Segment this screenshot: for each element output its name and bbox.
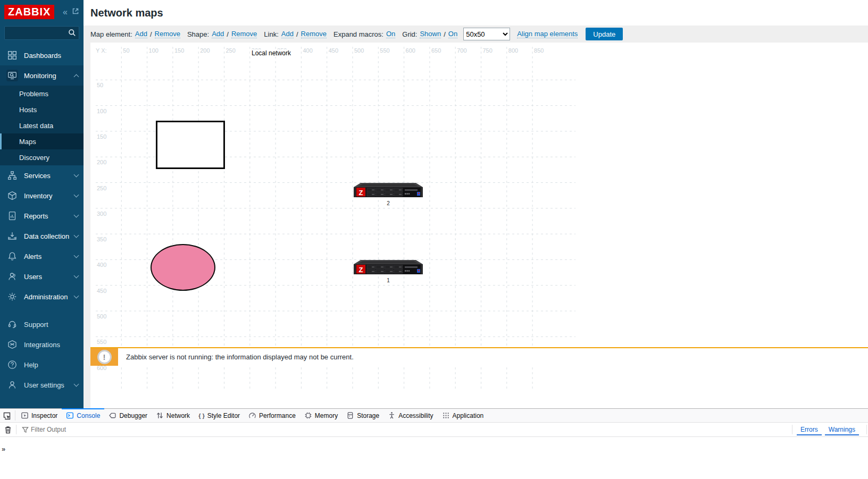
administration-icon <box>6 291 18 302</box>
map-element-add-link[interactable]: Add <box>135 30 147 38</box>
devtools-tabbar: Inspector Console Debugger Network { } S… <box>0 409 868 423</box>
sidebar-item-inventory[interactable]: Inventory <box>0 186 84 206</box>
page-header: Network maps <box>84 0 868 26</box>
sidebar-item-latest-data[interactable]: Latest data <box>0 117 84 133</box>
pick-element-button[interactable] <box>0 409 14 422</box>
style-editor-icon: { } <box>198 413 205 419</box>
ruler-tick-label: 250 <box>226 47 236 54</box>
tab-label: Debugger <box>119 412 147 419</box>
separator <box>15 410 15 421</box>
map-element-host-1[interactable]: Z 1 <box>354 259 423 283</box>
logo-row: ZABBIX « <box>0 0 84 24</box>
ruler-corner-label: Y X: <box>96 47 107 54</box>
shape-remove-link[interactable]: Remove <box>231 30 257 38</box>
sidebar-item-administration[interactable]: Administration <box>0 287 84 307</box>
sidebar-item-users[interactable]: Users <box>0 266 84 287</box>
user-settings-icon <box>6 379 18 391</box>
tab-network[interactable]: Network <box>152 409 194 422</box>
rack-server-icon: Z <box>354 182 423 198</box>
ruler-tick-label: 300 <box>97 211 106 217</box>
map-canvas[interactable]: Y X: Local network Z <box>90 43 868 390</box>
sidebar-item-label: User settings <box>24 381 64 389</box>
map-shape-ellipse[interactable] <box>151 244 215 291</box>
rack-server-icon: Z <box>354 259 423 275</box>
map-element-label: Map element: <box>90 30 132 38</box>
clear-console-button[interactable] <box>1 426 15 434</box>
sidebar-item-discovery[interactable]: Discovery <box>0 149 84 165</box>
map-element-label: 2 <box>354 200 423 206</box>
console-input-line[interactable]: » <box>0 444 868 453</box>
debugger-icon <box>108 411 116 419</box>
warnings-filter-button[interactable]: Warnings <box>825 424 859 435</box>
collapse-sidebar-icon[interactable]: « <box>63 7 68 17</box>
console-output <box>0 437 868 444</box>
slash: / <box>444 30 446 38</box>
link-remove-link[interactable]: Remove <box>301 30 327 38</box>
sidebar-item-label: Data collection <box>24 232 69 240</box>
sidebar-item-label: Services <box>24 172 51 180</box>
sidebar-item-label: Alerts <box>24 253 41 260</box>
tab-label: Storage <box>357 412 379 419</box>
application-icon <box>442 411 450 419</box>
map-editor-toolbar: Map element: Add / Remove Shape: Add / R… <box>84 26 868 43</box>
shape-add-link[interactable]: Add <box>212 30 224 38</box>
sidebar-item-support[interactable]: Support <box>0 314 84 334</box>
filter-output-input[interactable] <box>31 426 788 433</box>
sidebar-item-data-collection[interactable]: Data collection <box>0 226 84 246</box>
sidebar-item-label: Help <box>24 361 38 369</box>
reports-icon <box>6 210 18 222</box>
align-map-elements-link[interactable]: Align map elements <box>517 30 578 38</box>
separator <box>792 425 792 434</box>
sidebar-item-user-settings[interactable]: User settings <box>0 375 84 395</box>
support-icon <box>6 318 18 330</box>
update-button[interactable]: Update <box>586 28 623 40</box>
sidebar-item-services[interactable]: Services <box>0 165 84 186</box>
ruler-tick-label: 700 <box>457 47 466 54</box>
sidebar-item-alerts[interactable]: Alerts <box>0 246 84 266</box>
tab-inspector[interactable]: Inspector <box>16 409 62 422</box>
sidebar-item-problems[interactable]: Problems <box>0 86 84 102</box>
map-shape-rectangle[interactable] <box>156 121 225 169</box>
sidebar-item-hosts[interactable]: Hosts <box>0 102 84 117</box>
sidebar-footer: Support Integrations Help User settings <box>0 314 84 395</box>
grid-snap-link[interactable]: On <box>448 30 457 38</box>
tab-style-editor[interactable]: { } Style Editor <box>194 409 244 422</box>
tab-debugger[interactable]: Debugger <box>104 409 152 422</box>
chevron-down-icon <box>74 233 79 238</box>
submenu-label: Hosts <box>19 106 37 114</box>
sidebar-item-dashboards[interactable]: Dashboards <box>0 45 84 65</box>
sidebar-item-maps[interactable]: Maps <box>0 133 84 149</box>
expand-macros-toggle-link[interactable]: On <box>386 30 395 38</box>
link-add-link[interactable]: Add <box>281 30 294 38</box>
grid-shown-link[interactable]: Shown <box>420 30 441 38</box>
chevron-down-icon <box>74 293 79 299</box>
sidebar-item-reports[interactable]: Reports <box>0 206 84 226</box>
tab-accessibility[interactable]: Accessibility <box>383 409 437 422</box>
sidebar-item-integrations[interactable]: Integrations <box>0 334 84 355</box>
grid-lines <box>90 43 868 390</box>
sidebar-item-help[interactable]: Help <box>0 355 84 375</box>
performance-icon <box>248 411 256 419</box>
ruler-tick-label: 500 <box>97 313 106 320</box>
ruler-tick-label: 600 <box>406 47 415 54</box>
tab-console[interactable]: Console <box>62 409 104 422</box>
ruler-tick-label: 100 <box>149 47 158 54</box>
expand-macros-label: Expand macros: <box>333 30 383 38</box>
tab-application[interactable]: Application <box>438 409 488 422</box>
grid-size-select[interactable]: 50x50 <box>463 28 510 40</box>
tab-storage[interactable]: Storage <box>342 409 383 422</box>
chevron-down-icon <box>74 192 79 198</box>
undock-sidebar-icon[interactable] <box>72 7 79 17</box>
tab-memory[interactable]: Memory <box>300 409 342 422</box>
chevron-down-icon <box>74 172 79 178</box>
chevron-up-icon <box>74 74 79 79</box>
console-prompt-glyph: » <box>2 445 5 453</box>
errors-filter-button[interactable]: Errors <box>797 424 822 435</box>
chevron-down-icon <box>74 382 79 387</box>
tab-performance[interactable]: Performance <box>244 409 300 422</box>
map-element-host-2[interactable]: Z 2 <box>354 182 423 206</box>
sidebar-item-monitoring[interactable]: Monitoring <box>0 65 84 86</box>
ruler-tick-label: 550 <box>380 47 389 54</box>
ruler-tick-label: 350 <box>97 236 106 242</box>
map-element-remove-link[interactable]: Remove <box>155 30 180 38</box>
